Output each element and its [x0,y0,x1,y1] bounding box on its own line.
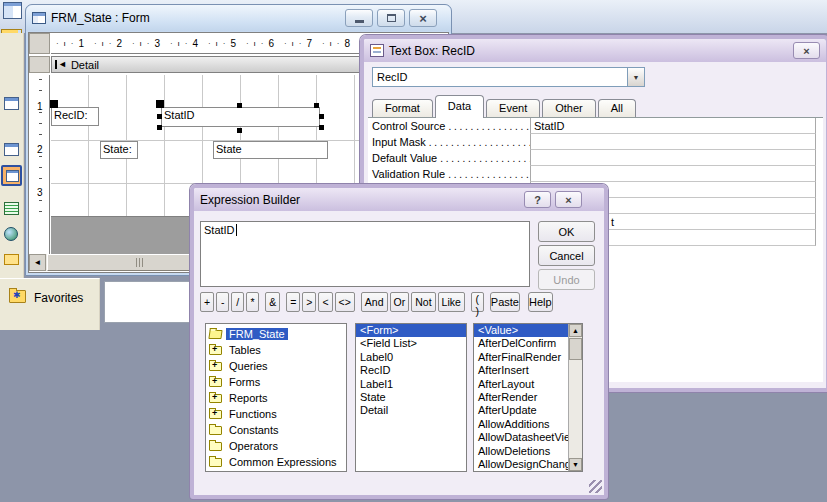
operator-button-/[interactable]: / [231,292,244,312]
scroll-up-button[interactable]: ▲ [569,324,582,337]
list-item[interactable]: <Value> [474,324,568,337]
statid-textbox-control[interactable]: StatID [161,107,320,127]
tree-item[interactable]: Tables [206,342,346,358]
tab-event[interactable]: Event [486,99,540,118]
tree-item[interactable]: Forms [206,374,346,390]
help-button[interactable]: Help [528,292,553,312]
list-item[interactable]: Label1 [356,378,466,391]
property-value[interactable] [530,134,816,150]
list-item[interactable]: Detail [356,404,466,417]
tab-format[interactable]: Format [372,99,433,118]
tab-other[interactable]: Other [542,99,596,118]
form-object-icon[interactable] [4,143,19,156]
folder-object-icon[interactable] [4,254,19,265]
dialog-close-button[interactable]: × [793,42,820,59]
operator-button-Like[interactable]: Like [438,292,465,312]
form-window-titlebar[interactable]: FRM_State : Form × [26,5,451,31]
tree-item-label: Tables [226,344,264,356]
pages-object-icon[interactable] [4,227,18,241]
list-item[interactable]: AllowDesignChange [474,458,568,471]
selection-handle[interactable] [156,100,164,108]
state-textbox-control[interactable]: State [213,141,328,159]
expression-input[interactable]: StatID [200,221,530,287]
selection-handle[interactable] [319,114,324,119]
selection-handle[interactable] [157,114,162,119]
tree-item[interactable]: Operators [206,438,346,454]
list-item[interactable]: AllowDatasheetView [474,431,568,444]
operator-button-*[interactable]: * [246,292,259,312]
folder-plus-icon [209,378,222,387]
selection-handle[interactable] [314,103,319,108]
favorites-group-bar[interactable]: ✱ Favorites [0,278,100,330]
form-object-icon[interactable] [4,97,19,110]
expression-builder-titlebar[interactable]: Expression Builder ? × [194,188,604,211]
section-selector-box[interactable] [29,56,50,73]
restore-button[interactable] [377,9,405,27]
operator-button->[interactable]: > [302,292,316,312]
selection-handle[interactable] [237,128,242,133]
paste-button[interactable]: Paste [490,292,520,312]
property-value[interactable] [530,150,816,166]
list-item[interactable]: <Field List> [356,337,466,350]
list-item[interactable]: RecID [356,364,466,377]
ok-button[interactable]: OK [538,221,595,242]
operator-button-<>[interactable]: <> [335,292,355,312]
tab-data[interactable]: Data [435,95,484,118]
scrollbar-thumb[interactable] [569,338,582,360]
tab-all[interactable]: All [598,99,636,118]
selection-handle[interactable] [50,100,58,108]
cancel-button[interactable]: Cancel [538,245,595,266]
tree-item[interactable]: Common Expressions [206,454,346,470]
list-item[interactable]: State [356,391,466,404]
tree-item[interactable]: FRM_State [206,326,346,342]
tree-item[interactable]: Queries [206,358,346,374]
section-arrow-icon: ◄ [55,60,67,69]
list-item[interactable]: AfterFinalRender [474,351,568,364]
dialog-help-button[interactable]: ? [524,191,551,208]
operator-button-<[interactable]: < [318,292,332,312]
tree-item[interactable]: Functions [206,406,346,422]
vertical-scrollbar[interactable]: ▲ ▼ [568,324,582,471]
selected-form-object-icon[interactable] [1,165,22,186]
operator-button-()[interactable]: ( ) [471,292,484,312]
selection-handle[interactable] [319,125,324,130]
operator-button--[interactable]: - [216,292,229,312]
list-item[interactable]: AfterLayout [474,378,568,391]
undo-button[interactable]: Undo [538,269,595,290]
ruler-number: 4 [192,38,198,49]
operator-button-+[interactable]: + [200,292,214,312]
list-item[interactable]: AfterInsert [474,364,568,377]
resize-grip[interactable] [589,480,602,493]
list-item[interactable]: <Form> [356,324,466,337]
list-item[interactable]: AllowAdditions [474,418,568,431]
object-selector-combo[interactable]: RecID ▼ [372,67,645,87]
operator-button-&[interactable]: & [265,292,280,312]
scroll-down-button[interactable]: ▼ [569,458,582,471]
list-item[interactable]: AfterRender [474,391,568,404]
scroll-left-button[interactable]: ◄ [29,254,46,271]
screen: ★ ✱ Favorites FRM_State : Form × ·ı·1·ı·… [0,0,827,502]
minimize-button[interactable] [345,9,373,27]
recid-label-control[interactable]: RecID: [51,107,99,126]
selection-handle[interactable] [157,125,162,130]
state-label-control[interactable]: State: [100,141,138,159]
list-item[interactable]: AllowDeletions [474,445,568,458]
macro-object-icon[interactable] [4,202,19,215]
close-button[interactable]: × [409,9,437,27]
operator-button-Not[interactable]: Not [411,292,435,312]
operator-button-And[interactable]: And [361,292,388,312]
expression-builder-dialog: Expression Builder ? × StatID OK Cancel … [190,184,608,499]
tree-item[interactable]: Constants [206,422,346,438]
combo-dropdown-icon[interactable]: ▼ [627,68,644,86]
operator-button-=[interactable]: = [286,292,300,312]
property-value[interactable] [530,166,816,182]
selection-handle[interactable] [237,103,242,108]
dialog-close-button[interactable]: × [555,191,582,208]
tree-item[interactable]: Reports [206,390,346,406]
list-item[interactable]: Label0 [356,351,466,364]
property-dialog-titlebar[interactable]: Text Box: RecID × [364,39,826,62]
property-value[interactable]: StatID [530,118,816,134]
list-item[interactable]: AfterUpdate [474,404,568,417]
list-item[interactable]: AfterDelConfirm [474,337,568,350]
operator-button-Or[interactable]: Or [390,292,410,312]
